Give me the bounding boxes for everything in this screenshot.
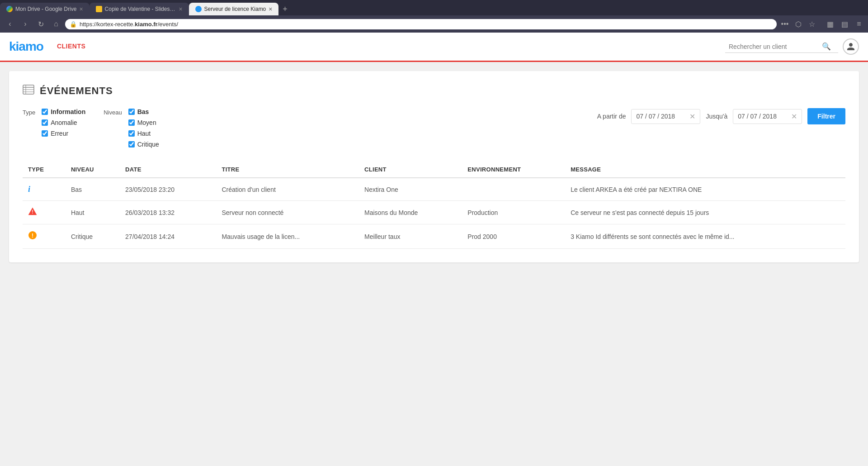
checkbox-anomalie-input[interactable]: [42, 119, 48, 126]
checkbox-moyen[interactable]: Moyen: [128, 119, 159, 126]
svg-text:!: !: [32, 233, 33, 239]
bookmarks-bar-icon[interactable]: ▦: [825, 19, 835, 29]
pocket-icon[interactable]: ⬡: [793, 19, 804, 29]
from-date-label: A partir de: [597, 113, 626, 120]
tab-slidescam-close[interactable]: ×: [179, 5, 182, 13]
row1-date: 23/05/2018 23:20: [120, 178, 216, 201]
nav-clients[interactable]: CLIENTS: [57, 40, 85, 53]
row2-niveau: Haut: [66, 201, 120, 224]
table-row[interactable]: ! Haut 26/03/2018 13:32 Serveur non conn…: [23, 201, 845, 224]
row3-niveau: Critique: [66, 224, 120, 249]
browser-tab-bar: Mon Drive - Google Drive × Copie de Vale…: [0, 0, 868, 15]
col-date: DATE: [120, 162, 216, 178]
kiamo-favicon: [195, 6, 202, 12]
events-card: ÉVÉNEMENTS Type Information Anomalie: [9, 71, 859, 262]
checkbox-erreur[interactable]: Erreur: [42, 130, 85, 137]
row2-message: Ce serveur ne s'est pas connecté depuis …: [565, 201, 845, 224]
checkbox-critique[interactable]: Critique: [128, 141, 159, 148]
row3-message: 3 Kiamo Id différents se sont connectés …: [565, 224, 845, 249]
forward-button[interactable]: ›: [19, 18, 32, 30]
header-right: 🔍: [725, 38, 859, 55]
to-date-input[interactable]: [738, 113, 788, 120]
tab-kiamo[interactable]: Serveur de licence Kiamo ×: [189, 3, 279, 15]
address-bar[interactable]: 🔒 https://kortex-recette.kiamo.fr/events…: [65, 19, 777, 29]
url-path: /events/: [158, 21, 179, 28]
menu-icon[interactable]: ≡: [854, 19, 864, 29]
url-domain: kiamo.fr: [135, 21, 158, 28]
row1-client: Nextira One: [359, 178, 462, 201]
info-icon: i: [28, 185, 30, 194]
checkbox-information-input[interactable]: [42, 109, 48, 115]
home-button[interactable]: ⌂: [50, 18, 62, 30]
reader-mode-icon[interactable]: ▤: [839, 19, 850, 29]
card-header: ÉVÉNEMENTS: [23, 85, 845, 97]
row3-environnement: Prod 2000: [462, 224, 565, 249]
toolbar-icons: ••• ⬡ ☆: [779, 19, 817, 29]
from-date-input[interactable]: [636, 113, 686, 120]
user-avatar-button[interactable]: [843, 38, 859, 55]
tab-kiamo-title: Serveur de licence Kiamo: [204, 6, 266, 12]
col-environnement: ENVIRONNEMENT: [462, 162, 565, 178]
refresh-button[interactable]: ↻: [34, 18, 47, 30]
row2-titre: Serveur non connecté: [216, 201, 359, 224]
col-client: CLIENT: [359, 162, 462, 178]
row3-date: 27/04/2018 14:24: [120, 224, 216, 249]
from-date-input-wrap[interactable]: ✕: [631, 109, 700, 124]
checkbox-bas-input[interactable]: [128, 109, 135, 115]
app-logo[interactable]: kiamo: [9, 39, 43, 54]
checkbox-anomalie[interactable]: Anomalie: [42, 119, 85, 126]
filters-row: Type Information Anomalie Erreur: [23, 108, 845, 148]
level-checkboxes: Bas Moyen Haut Critique: [128, 108, 159, 148]
row2-date: 26/03/2018 13:32: [120, 201, 216, 224]
search-icon[interactable]: 🔍: [822, 42, 831, 51]
row3-titre: Mauvais usage de la licen...: [216, 224, 359, 249]
browser-chrome: Mon Drive - Google Drive × Copie de Vale…: [0, 0, 868, 33]
app-nav: CLIENTS: [57, 40, 85, 53]
table-header-row: TYPE NIVEAU DATE TITRE CLIENT ENVIRONNEM…: [23, 162, 845, 178]
to-date-input-wrap[interactable]: ✕: [733, 109, 802, 124]
checkbox-haut[interactable]: Haut: [128, 130, 159, 137]
type-filter-group: Type Information Anomalie Erreur: [23, 108, 85, 137]
back-button[interactable]: ‹: [4, 18, 16, 30]
to-date-clear-icon[interactable]: ✕: [791, 112, 797, 121]
checkbox-erreur-input[interactable]: [42, 130, 48, 137]
events-card-icon: [23, 85, 34, 97]
from-date-clear-icon[interactable]: ✕: [689, 112, 695, 121]
tab-kiamo-close[interactable]: ×: [269, 5, 272, 13]
checkbox-critique-input[interactable]: [128, 141, 135, 147]
checkbox-haut-input[interactable]: [128, 130, 135, 137]
google-drive-favicon: [6, 6, 13, 12]
col-titre: TITRE: [216, 162, 359, 178]
slidescam-favicon: [96, 6, 102, 12]
col-niveau: NIVEAU: [66, 162, 120, 178]
level-filter-label: Niveau: [104, 108, 122, 148]
bookmark-icon[interactable]: ☆: [807, 19, 817, 29]
row2-type: !: [23, 201, 66, 224]
events-table: TYPE NIVEAU DATE TITRE CLIENT ENVIRONNEM…: [23, 162, 845, 249]
lock-icon: 🔒: [70, 21, 77, 28]
row1-message: Le client ARKEA a été créé par NEXTIRA O…: [565, 178, 845, 201]
more-options-icon[interactable]: •••: [779, 19, 790, 29]
table-row[interactable]: ! Critique 27/04/2018 14:24 Mauvais usag…: [23, 224, 845, 249]
filter-button[interactable]: Filtrer: [807, 108, 845, 124]
tab-slidescam[interactable]: Copie de Valentine - SlidesCam... ×: [90, 3, 189, 15]
tab-google-drive-title: Mon Drive - Google Drive: [15, 6, 76, 12]
page-title: ÉVÉNEMENTS: [40, 85, 113, 97]
table-row[interactable]: i Bas 23/05/2018 23:20 Création d'un cli…: [23, 178, 845, 201]
tab-google-drive-close[interactable]: ×: [79, 5, 83, 13]
new-tab-button[interactable]: +: [278, 3, 291, 15]
checkbox-bas[interactable]: Bas: [128, 108, 159, 115]
search-input[interactable]: [729, 43, 819, 50]
app-header: kiamo CLIENTS 🔍: [0, 33, 868, 62]
checkbox-information[interactable]: Information: [42, 108, 85, 115]
search-box[interactable]: 🔍: [725, 40, 838, 53]
row3-client: Meilleur taux: [359, 224, 462, 249]
date-filters: A partir de ✕ Jusqu'à ✕ Filtrer: [597, 108, 845, 124]
svg-text:!: !: [32, 209, 33, 214]
checkbox-moyen-input[interactable]: [128, 119, 135, 126]
row2-client: Maisons du Monde: [359, 201, 462, 224]
row1-environnement: [462, 178, 565, 201]
tab-google-drive[interactable]: Mon Drive - Google Drive ×: [0, 3, 90, 15]
row1-type: i: [23, 178, 66, 201]
row3-type: !: [23, 224, 66, 249]
